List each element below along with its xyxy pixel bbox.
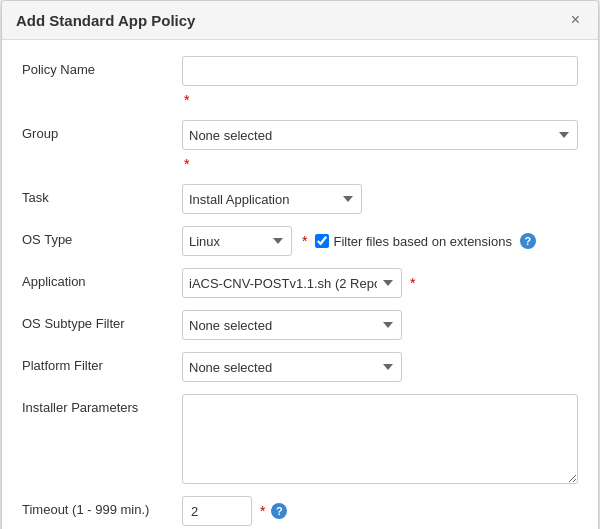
os-type-wrap: Linux * Filter files based on extensions…	[182, 226, 578, 256]
close-button[interactable]: ×	[567, 11, 584, 29]
required-star-app: *	[410, 275, 415, 291]
os-type-inner: Linux * Filter files based on extensions…	[182, 226, 536, 256]
platform-filter-wrap: None selected	[182, 352, 578, 382]
application-row: Application iACS-CNV-POSTv1.1.sh (2 Repo…	[22, 268, 578, 298]
group-label: Group	[22, 120, 182, 141]
timeout-help-icon[interactable]: ?	[271, 503, 287, 519]
filter-help-icon[interactable]: ?	[520, 233, 536, 249]
required-star-policy: *	[184, 92, 189, 108]
os-type-select[interactable]: Linux	[182, 226, 292, 256]
modal-dialog: Add Standard App Policy × Policy Name * …	[1, 0, 599, 529]
installer-params-label: Installer Parameters	[22, 394, 182, 415]
os-subtype-select[interactable]: None selected	[182, 310, 402, 340]
task-row: Task Install Application	[22, 184, 578, 214]
required-star-os: *	[302, 233, 307, 249]
modal-body: Policy Name * Group None selected * Task…	[2, 40, 598, 529]
os-type-row: OS Type Linux * Filter files based on ex…	[22, 226, 578, 256]
os-subtype-row: OS Subtype Filter None selected	[22, 310, 578, 340]
group-row: Group None selected *	[22, 120, 578, 172]
timeout-wrap: * ?	[182, 496, 578, 526]
modal-title: Add Standard App Policy	[16, 12, 195, 29]
task-wrap: Install Application	[182, 184, 578, 214]
policy-name-label: Policy Name	[22, 56, 182, 77]
policy-name-wrap: *	[182, 56, 578, 108]
platform-filter-row: Platform Filter None selected	[22, 352, 578, 382]
platform-filter-label: Platform Filter	[22, 352, 182, 373]
modal-header: Add Standard App Policy ×	[2, 1, 598, 40]
os-type-label: OS Type	[22, 226, 182, 247]
application-select[interactable]: iACS-CNV-POSTv1.1.sh (2 Reposi	[182, 268, 402, 298]
installer-params-row: Installer Parameters	[22, 394, 578, 484]
application-label: Application	[22, 268, 182, 289]
group-select[interactable]: None selected	[182, 120, 578, 150]
policy-name-input[interactable]	[182, 56, 578, 86]
policy-name-row: Policy Name *	[22, 56, 578, 108]
platform-filter-select[interactable]: None selected	[182, 352, 402, 382]
required-star-timeout: *	[260, 503, 265, 519]
os-subtype-wrap: None selected	[182, 310, 578, 340]
filter-checkbox-label[interactable]: Filter files based on extensions	[315, 234, 511, 249]
application-wrap: iACS-CNV-POSTv1.1.sh (2 Reposi *	[182, 268, 578, 298]
timeout-row: Timeout (1 - 999 min.) * ?	[22, 496, 578, 526]
task-label: Task	[22, 184, 182, 205]
os-subtype-label: OS Subtype Filter	[22, 310, 182, 331]
task-select[interactable]: Install Application	[182, 184, 362, 214]
timeout-input[interactable]	[182, 496, 252, 526]
installer-params-wrap	[182, 394, 578, 484]
installer-params-textarea[interactable]	[182, 394, 578, 484]
filter-checkbox[interactable]	[315, 234, 329, 248]
required-star-group: *	[184, 156, 189, 172]
group-wrap: None selected *	[182, 120, 578, 172]
timeout-label: Timeout (1 - 999 min.)	[22, 496, 182, 517]
